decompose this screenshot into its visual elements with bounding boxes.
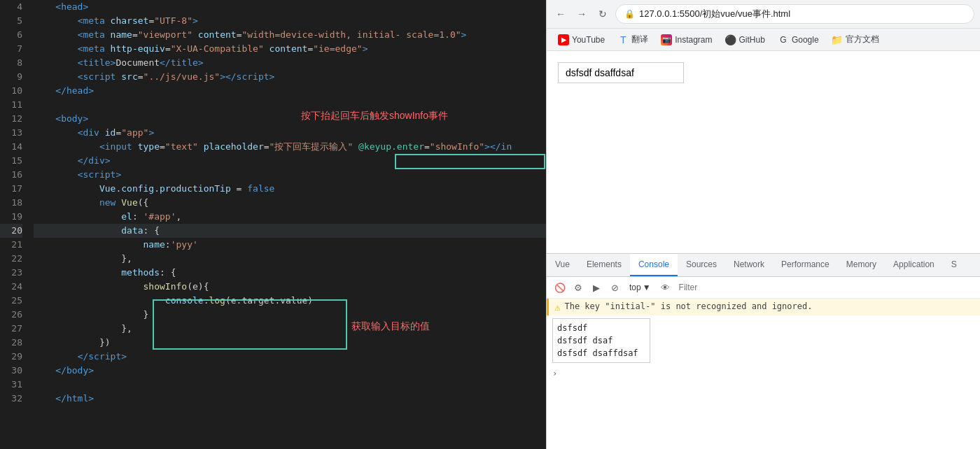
context-dropdown[interactable]: top ▼ xyxy=(625,281,655,294)
bookmarks-bar: ▶ YouTube T 翻译 📷 Instagram ⚫ GitHub G Go… xyxy=(547,29,980,51)
bookmark-docs[interactable]: 📁 官方文档 xyxy=(826,31,885,48)
bookmark-github[interactable]: ⚫ GitHub xyxy=(720,32,771,48)
code-content: <head> <meta charset="UTF-8"> <meta name… xyxy=(28,0,546,449)
code-line xyxy=(34,98,546,112)
bookmark-translate-label: 翻译 xyxy=(631,34,648,45)
bookmark-youtube[interactable]: ▶ YouTube xyxy=(552,32,610,48)
code-line: methods: { xyxy=(34,266,546,280)
github-icon: ⚫ xyxy=(725,34,736,45)
code-line: <head> xyxy=(34,0,546,14)
annotation-1: 按下抬起回车后触发showInfo事件 xyxy=(301,108,448,122)
lock-icon: 🔒 xyxy=(624,9,635,19)
code-line: </head> xyxy=(34,84,546,98)
warning-text: The key "initial-" is not recognized and… xyxy=(564,301,812,311)
tab-performance[interactable]: Performance xyxy=(773,254,838,276)
code-line: Vue.config.productionTip = false xyxy=(34,182,546,196)
code-editor: 4 5 6 7 8 9 10 11 12 13 14 15 16 17 18 1… xyxy=(0,0,546,449)
console-log-line-2: dsfsdf dsaf xyxy=(557,334,645,347)
console-filter-input[interactable] xyxy=(676,281,974,294)
bookmark-instagram[interactable]: 📷 Instagram xyxy=(655,32,718,48)
code-line: <script> xyxy=(34,168,546,182)
bookmark-docs-label: 官方文档 xyxy=(846,34,879,45)
code-line: </script> xyxy=(34,350,546,364)
console-run-button[interactable]: ▶ xyxy=(589,280,604,295)
browser-content xyxy=(547,51,980,253)
bookmark-google[interactable]: G Google xyxy=(772,32,825,48)
forward-button[interactable]: → xyxy=(573,6,590,22)
code-line xyxy=(34,378,546,392)
code-line: }, xyxy=(34,252,546,266)
bookmark-google-label: Google xyxy=(792,35,819,45)
bookmark-translate[interactable]: T 翻译 xyxy=(612,31,654,48)
code-line: <meta name="viewport" content="width=dev… xyxy=(34,28,546,42)
bookmark-instagram-label: Instagram xyxy=(675,35,712,45)
console-stop-button[interactable]: ⊘ xyxy=(607,280,622,295)
tab-elements[interactable]: Elements xyxy=(578,254,630,276)
bookmark-youtube-label: YouTube xyxy=(572,35,605,45)
code-line: showInfo(e){ xyxy=(34,280,546,294)
console-log-block: dsfsdf dsfsdf dsaf dsfsdf dsaffdsaf xyxy=(552,318,650,363)
translate-icon: T xyxy=(617,34,629,45)
eye-button[interactable]: 👁 xyxy=(658,280,673,295)
address-bar[interactable]: 🔒 127.0.0.1:5500/初始vue/vue事件.html xyxy=(615,4,974,24)
code-line: <meta http-equiv="X-UA-Compatible" conte… xyxy=(34,42,546,56)
url-text: 127.0.0.1:5500/初始vue/vue事件.html xyxy=(639,8,790,20)
youtube-icon: ▶ xyxy=(558,34,569,45)
devtools-toolbar: 🚫 ⚙ ▶ ⊘ top ▼ 👁 xyxy=(547,277,980,299)
console-warning: ⚠ The key "initial-" is not recognized a… xyxy=(547,299,980,315)
tab-vue[interactable]: Vue xyxy=(547,254,578,276)
line-numbers: 4 5 6 7 8 9 10 11 12 13 14 15 16 17 18 1… xyxy=(0,0,28,449)
code-line: }, xyxy=(34,322,546,336)
browser-toolbar: ← → ↻ 🔒 127.0.0.1:5500/初始vue/vue事件.html xyxy=(547,0,980,29)
code-line: <title>Document</title> xyxy=(34,56,546,70)
code-line: <body> xyxy=(34,112,546,126)
code-line: </div> xyxy=(34,154,546,168)
browser-panel: ← → ↻ 🔒 127.0.0.1:5500/初始vue/vue事件.html … xyxy=(546,0,980,449)
console-settings-button[interactable]: ⚙ xyxy=(570,280,586,295)
top-label: top xyxy=(629,283,641,292)
code-line: </html> xyxy=(34,392,546,406)
tab-network[interactable]: Network xyxy=(725,254,773,276)
code-line: <input type="text" placeholder="按下回车提示输入… xyxy=(34,140,546,154)
console-output: ⚠ The key "initial-" is not recognized a… xyxy=(547,299,980,449)
refresh-button[interactable]: ↻ xyxy=(594,6,611,22)
code-line: }) xyxy=(34,336,546,350)
code-line: console.log(e.target.value) xyxy=(34,294,546,308)
code-line: } xyxy=(34,308,546,322)
tab-application[interactable]: Application xyxy=(885,254,943,276)
tab-console[interactable]: Console xyxy=(630,254,678,276)
devtools-panel: Vue Elements Console Sources Network Per… xyxy=(547,253,980,449)
code-line: <div id="app"> xyxy=(34,126,546,140)
code-line: new Vue({ xyxy=(34,196,546,210)
code-line: <script src="../js/vue.js"></script> xyxy=(34,70,546,84)
clear-console-button[interactable]: 🚫 xyxy=(552,280,568,295)
code-line: </body> xyxy=(34,364,546,378)
annotation-2: 获取输入目标的值 xyxy=(351,319,430,333)
console-log-line-3: dsfsdf dsaffdsaf xyxy=(557,347,645,359)
devtools-tabs: Vue Elements Console Sources Network Per… xyxy=(547,254,980,277)
dropdown-arrow: ▼ xyxy=(643,283,651,292)
warning-icon: ⚠ xyxy=(554,301,560,313)
code-line: el: '#app', xyxy=(34,210,546,224)
tab-extra[interactable]: S xyxy=(943,254,965,276)
folder-icon: 📁 xyxy=(832,34,843,45)
code-line: <meta charset="UTF-8"> xyxy=(34,14,546,28)
console-prompt: › xyxy=(547,366,980,381)
tab-sources[interactable]: Sources xyxy=(678,254,725,276)
demo-input-field[interactable] xyxy=(558,62,684,83)
console-log-line-1: dsfsdf xyxy=(557,322,645,334)
tab-memory[interactable]: Memory xyxy=(838,254,885,276)
instagram-icon: 📷 xyxy=(661,34,672,45)
google-icon: G xyxy=(778,34,789,45)
back-button[interactable]: ← xyxy=(552,6,569,22)
bookmark-github-label: GitHub xyxy=(739,35,765,45)
code-line: name:'pyy' xyxy=(34,238,546,252)
code-line-active: data: { xyxy=(34,224,546,238)
